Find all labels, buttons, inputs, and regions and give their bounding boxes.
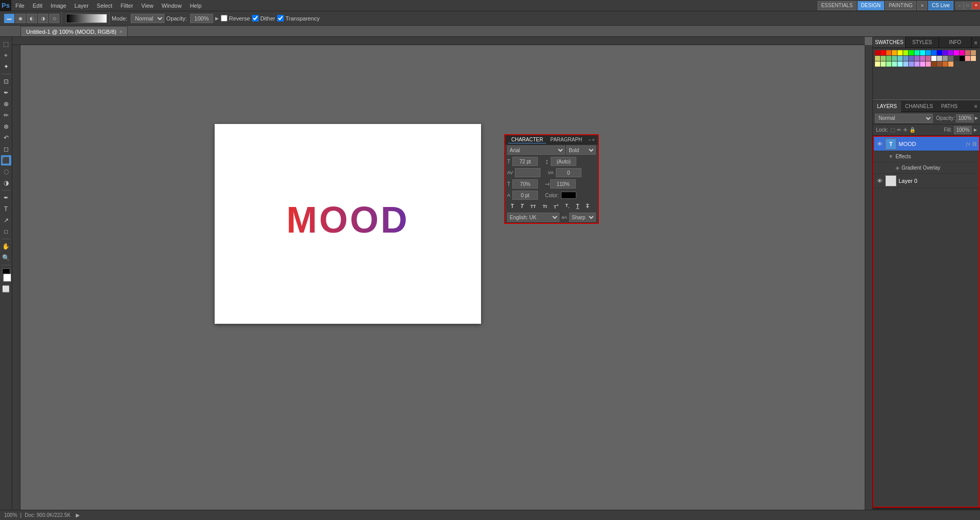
vertical-scale-input[interactable] — [512, 179, 538, 189]
super-btn[interactable]: T+ — [551, 202, 561, 211]
tool-type[interactable]: T — [1, 204, 11, 214]
swatch-cell[interactable] — [886, 61, 891, 67]
swatch-cell[interactable] — [943, 61, 948, 67]
tracking-input[interactable] — [556, 168, 581, 177]
menu-layer[interactable]: Layer — [70, 0, 93, 11]
lock-all-icon[interactable]: 🔒 — [909, 127, 915, 133]
tool-marquee[interactable]: ⬚ — [1, 39, 11, 49]
swatch-cell[interactable] — [881, 56, 886, 61]
tool-heal[interactable]: ⊕ — [1, 99, 11, 109]
swatch-cell[interactable] — [886, 56, 891, 61]
swatch-cell[interactable] — [937, 50, 942, 55]
lock-move-icon[interactable]: ✛ — [903, 127, 907, 133]
swatch-cell[interactable] — [931, 50, 936, 55]
swatch-cell[interactable] — [965, 50, 970, 55]
swatch-cell[interactable] — [898, 61, 903, 67]
layer-item-mood[interactable]: 👁 T MOOD ƒx ⛓ — [874, 137, 979, 151]
leading-input[interactable] — [551, 157, 576, 166]
swatch-cell[interactable] — [971, 50, 976, 55]
gradient-angle-btn[interactable]: ◐ — [27, 14, 37, 23]
swatch-cell[interactable] — [960, 50, 965, 55]
gradient-preview[interactable] — [66, 14, 107, 23]
swatch-cell[interactable] — [892, 56, 897, 61]
menu-file[interactable]: File — [11, 0, 29, 11]
character-tab[interactable]: CHARACTER — [508, 136, 546, 143]
menu-window[interactable]: Window — [158, 0, 186, 11]
workspace-design[interactable]: DESIGN — [858, 1, 884, 10]
swatch-cell[interactable] — [892, 61, 897, 67]
layers-panel-menu[interactable]: ≡ — [972, 101, 980, 112]
font-style-select[interactable]: Bold — [566, 145, 596, 155]
layers-blend-mode-select[interactable]: Normal — [875, 114, 933, 123]
swatch-cell[interactable] — [914, 50, 920, 55]
tab-styles[interactable]: STYLES — [906, 37, 939, 48]
swatch-cell[interactable] — [931, 61, 936, 67]
opacity-slider-btn[interactable]: ▶ — [215, 16, 219, 21]
gradient-reflected-btn[interactable]: ◑ — [38, 14, 48, 23]
paragraph-tab[interactable]: PARAGRAPH — [547, 136, 585, 143]
swatch-cell[interactable] — [971, 56, 976, 61]
swatch-cell[interactable] — [903, 56, 908, 61]
tool-history[interactable]: ↶ — [1, 133, 11, 143]
tab-close-btn[interactable]: × — [119, 29, 122, 34]
swatch-cell[interactable] — [886, 50, 891, 55]
layer-item-0[interactable]: 👁 Layer 0 — [874, 174, 979, 188]
allcaps-btn[interactable]: TT — [528, 203, 538, 210]
swatch-cell[interactable] — [875, 56, 880, 61]
swatch-cell[interactable] — [881, 61, 886, 67]
panel-minimize-btn[interactable]: – — [589, 137, 591, 142]
transparency-checkbox[interactable] — [277, 15, 284, 22]
tool-dodge[interactable]: ◑ — [1, 178, 11, 188]
swatch-cell[interactable] — [954, 56, 959, 61]
window-close[interactable]: ✕ — [972, 2, 980, 10]
antialias-select[interactable]: Sharp — [569, 213, 596, 222]
workspace-essentials[interactable]: ESSENTIALS — [818, 1, 857, 10]
menu-image[interactable]: Image — [47, 0, 71, 11]
underline-btn[interactable]: T — [574, 202, 582, 210]
tool-path-select[interactable]: ↗ — [1, 215, 11, 225]
reverse-checkbox-label[interactable]: Reverse — [221, 15, 250, 22]
sub-btn[interactable]: T- — [563, 202, 572, 211]
tab-paths[interactable]: PATHS — [937, 101, 962, 112]
tool-crop[interactable]: ⊡ — [1, 76, 11, 87]
tool-wand[interactable]: ✦ — [1, 61, 11, 72]
opacity-arrow[interactable]: ▶ — [975, 116, 978, 120]
blend-mode-select[interactable]: Normal — [131, 14, 164, 23]
swatch-cell[interactable] — [920, 61, 925, 67]
tool-shape[interactable]: □ — [1, 226, 11, 237]
menu-select[interactable]: Select — [93, 0, 117, 11]
gradient-radial-btn[interactable]: ◉ — [15, 14, 26, 23]
swatch-cell[interactable] — [948, 61, 953, 67]
swatches-panel-menu[interactable]: ≡ — [972, 37, 980, 48]
tab-channels[interactable]: CHANNELS — [901, 101, 937, 112]
document-tab[interactable]: Untitled-1 @ 100% (MOOD, RGB/8) × — [20, 26, 128, 36]
kerning-input[interactable] — [515, 168, 540, 177]
swatch-cell[interactable] — [948, 50, 953, 55]
cs-live-btn[interactable]: CS Live — [928, 1, 953, 10]
layer-sub-gradient-overlay[interactable]: ◈ Gradient Overlay — [874, 162, 979, 174]
layer-sub-effects[interactable]: ▼ Effects — [874, 151, 979, 162]
tool-brush[interactable]: ✏ — [1, 110, 11, 120]
tool-blur[interactable]: ◌ — [1, 167, 11, 177]
menu-view[interactable]: View — [137, 0, 158, 11]
background-color[interactable] — [3, 274, 11, 282]
swatch-cell[interactable] — [937, 56, 942, 61]
fill-value-input[interactable] — [954, 126, 972, 134]
swatch-cell[interactable] — [898, 56, 903, 61]
menu-edit[interactable]: Edit — [29, 0, 47, 11]
window-minimize[interactable]: – — [955, 2, 964, 10]
canvas-scrollbar-vertical[interactable] — [865, 45, 872, 512]
menu-filter[interactable]: Filter — [116, 0, 137, 11]
tool-zoom[interactable]: 🔍 — [1, 253, 11, 263]
swatch-cell[interactable] — [914, 61, 920, 67]
swatch-cell[interactable] — [926, 50, 931, 55]
tool-mode-toggle[interactable]: ⬜ — [1, 284, 11, 294]
tool-eyedropper[interactable]: ✒ — [1, 88, 11, 98]
swatch-cell[interactable] — [909, 56, 914, 61]
tab-swatches[interactable]: SWATCHES — [873, 37, 906, 48]
tool-clone[interactable]: ⊗ — [1, 121, 11, 132]
swatch-cell[interactable] — [920, 56, 925, 61]
swatch-cell[interactable] — [954, 50, 959, 55]
tool-eraser[interactable]: ◻ — [1, 144, 11, 154]
tab-layers[interactable]: LAYERS — [873, 101, 901, 112]
